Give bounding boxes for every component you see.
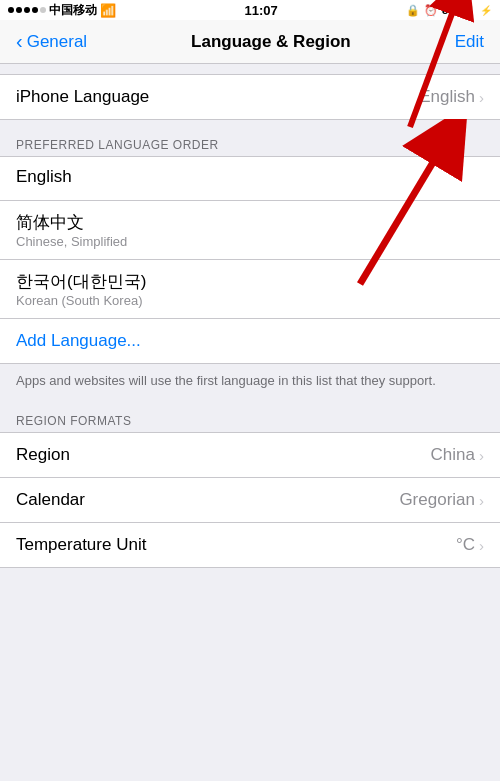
region-formats-list: Region China › Calendar Gregorian › Temp…	[0, 432, 500, 568]
temperature-row[interactable]: Temperature Unit °C ›	[0, 523, 500, 567]
charging-icon: ⚡	[480, 5, 492, 16]
iphone-language-chevron: ›	[479, 89, 484, 106]
temperature-label: Temperature Unit	[16, 535, 146, 555]
language-korean-primary: 한국어(대한민국)	[16, 270, 484, 293]
region-chevron: ›	[479, 447, 484, 464]
region-label: Region	[16, 445, 70, 465]
language-chinese-primary: 简体中文	[16, 211, 484, 234]
iphone-language-value: English	[419, 87, 475, 107]
iphone-language-row[interactable]: iPhone Language English ›	[0, 75, 500, 119]
content: iPhone Language English › PREFERRED LANG…	[0, 64, 500, 568]
language-row-english[interactable]: English	[0, 157, 500, 201]
status-battery: 🔒 ⏰ 8% 🔋 ⚡	[406, 4, 492, 17]
battery-icon: 🔋	[462, 4, 476, 17]
calendar-row[interactable]: Calendar Gregorian ›	[0, 478, 500, 523]
status-carrier: 中国移动 📶	[8, 2, 116, 19]
status-bar: 中国移动 📶 11:07 🔒 ⏰ 8% 🔋 ⚡	[0, 0, 500, 20]
preferred-language-header: PREFERRED LANGUAGE ORDER	[0, 130, 500, 156]
lock-icon: 🔒	[406, 4, 420, 17]
alarm-icon: ⏰	[424, 4, 438, 17]
iphone-language-label: iPhone Language	[16, 87, 149, 107]
back-button[interactable]: ‹ General	[16, 32, 87, 52]
region-formats-header: REGION FORMATS	[0, 406, 500, 432]
calendar-value-group: Gregorian ›	[399, 490, 484, 510]
add-language-link[interactable]: Add Language...	[16, 331, 141, 350]
language-row-korean[interactable]: 한국어(대한민국) Korean (South Korea)	[0, 260, 500, 319]
preferred-language-section: PREFERRED LANGUAGE ORDER English 简体中文 Ch…	[0, 130, 500, 406]
iphone-language-group: iPhone Language English ›	[0, 74, 500, 120]
gap1	[0, 120, 500, 130]
nav-bar: ‹ General Language & Region Edit	[0, 20, 500, 64]
status-time: 11:07	[244, 3, 277, 18]
wifi-icon: 📶	[100, 3, 116, 18]
back-label: General	[27, 32, 87, 52]
region-row[interactable]: Region China ›	[0, 433, 500, 478]
language-english-primary: English	[16, 167, 484, 187]
back-arrow-icon: ‹	[16, 31, 23, 51]
temperature-value-group: °C ›	[456, 535, 484, 555]
add-language-row[interactable]: Add Language...	[0, 319, 500, 363]
calendar-chevron: ›	[479, 492, 484, 509]
language-korean-secondary: Korean (South Korea)	[16, 293, 484, 308]
region-formats-section: REGION FORMATS Region China › Calendar G…	[0, 406, 500, 568]
calendar-label: Calendar	[16, 490, 85, 510]
battery-percentage: 8%	[442, 4, 458, 16]
nav-title: Language & Region	[191, 32, 351, 52]
region-value: China	[431, 445, 475, 465]
language-list: English 简体中文 Chinese, Simplified 한국어(대한민…	[0, 156, 500, 364]
region-value-group: China ›	[431, 445, 484, 465]
calendar-value: Gregorian	[399, 490, 475, 510]
signal-dots	[8, 7, 46, 13]
carrier-label: 中国移动	[49, 2, 97, 19]
temperature-value: °C	[456, 535, 475, 555]
iphone-language-value-group: English ›	[419, 87, 484, 107]
edit-button[interactable]: Edit	[455, 32, 484, 52]
language-chinese-secondary: Chinese, Simplified	[16, 234, 484, 249]
language-row-chinese[interactable]: 简体中文 Chinese, Simplified	[0, 201, 500, 260]
temperature-chevron: ›	[479, 537, 484, 554]
language-info-text: Apps and websites will use the first lan…	[0, 364, 500, 406]
